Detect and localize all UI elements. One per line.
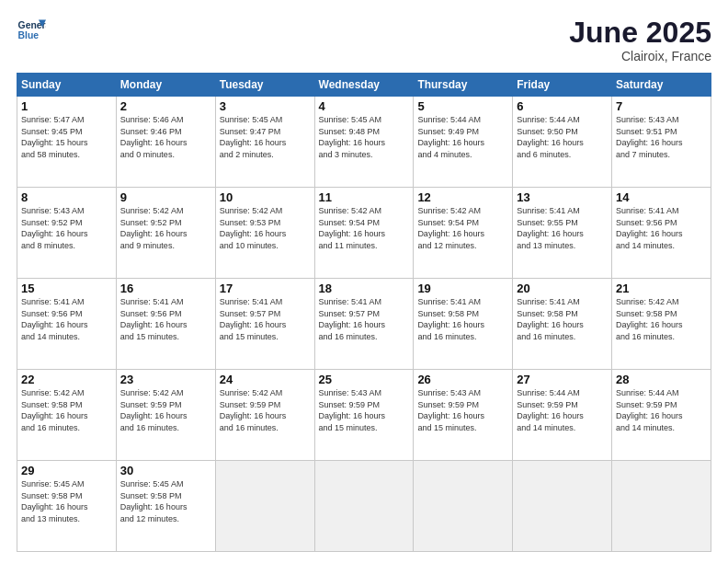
col-header-monday: Monday — [116, 74, 215, 97]
svg-text:Blue: Blue — [18, 30, 40, 40]
day-cell: 2Sunrise: 5:46 AM Sunset: 9:46 PM Daylig… — [116, 97, 215, 188]
week-row-5: 29Sunrise: 5:45 AM Sunset: 9:58 PM Dayli… — [17, 461, 711, 552]
day-cell: 13Sunrise: 5:41 AM Sunset: 9:55 PM Dayli… — [513, 188, 612, 279]
day-info: Sunrise: 5:41 AM Sunset: 9:57 PM Dayligh… — [220, 296, 311, 342]
day-cell: 15Sunrise: 5:41 AM Sunset: 9:56 PM Dayli… — [17, 279, 117, 370]
day-cell — [513, 461, 612, 552]
day-number: 21 — [616, 282, 707, 295]
day-number: 24 — [220, 373, 311, 386]
day-info: Sunrise: 5:42 AM Sunset: 9:59 PM Dayligh… — [120, 387, 211, 433]
day-number: 10 — [220, 190, 311, 204]
week-row-2: 8Sunrise: 5:43 AM Sunset: 9:52 PM Daylig… — [17, 188, 711, 279]
day-cell: 9Sunrise: 5:42 AM Sunset: 9:52 PM Daylig… — [116, 188, 215, 279]
day-info: Sunrise: 5:42 AM Sunset: 9:59 PM Dayligh… — [220, 387, 311, 433]
day-number: 28 — [616, 373, 707, 386]
day-number: 11 — [319, 190, 410, 204]
day-number: 19 — [417, 282, 508, 295]
day-info: Sunrise: 5:42 AM Sunset: 9:58 PM Dayligh… — [616, 296, 707, 342]
day-number: 18 — [319, 282, 410, 295]
day-cell: 28Sunrise: 5:44 AM Sunset: 9:59 PM Dayli… — [612, 370, 711, 461]
day-cell: 10Sunrise: 5:42 AM Sunset: 9:53 PM Dayli… — [215, 188, 314, 279]
day-cell: 18Sunrise: 5:41 AM Sunset: 9:57 PM Dayli… — [314, 279, 414, 370]
day-number: 15 — [21, 282, 112, 295]
week-row-3: 15Sunrise: 5:41 AM Sunset: 9:56 PM Dayli… — [17, 279, 711, 370]
day-info: Sunrise: 5:45 AM Sunset: 9:58 PM Dayligh… — [21, 478, 112, 524]
day-cell — [414, 461, 513, 552]
day-number: 23 — [120, 373, 211, 386]
day-cell — [314, 461, 414, 552]
day-cell: 7Sunrise: 5:43 AM Sunset: 9:51 PM Daylig… — [612, 97, 711, 188]
day-cell: 3Sunrise: 5:45 AM Sunset: 9:47 PM Daylig… — [215, 97, 314, 188]
logo-icon: General Blue — [17, 17, 46, 42]
day-info: Sunrise: 5:42 AM Sunset: 9:52 PM Dayligh… — [120, 205, 211, 251]
col-header-saturday: Saturday — [612, 74, 711, 97]
day-number: 16 — [120, 282, 211, 295]
day-info: Sunrise: 5:42 AM Sunset: 9:54 PM Dayligh… — [319, 205, 410, 251]
day-cell — [215, 461, 314, 552]
day-number: 20 — [517, 282, 608, 295]
day-info: Sunrise: 5:45 AM Sunset: 9:47 PM Dayligh… — [220, 114, 311, 160]
day-number: 29 — [21, 464, 112, 477]
col-header-thursday: Thursday — [414, 74, 513, 97]
day-cell: 11Sunrise: 5:42 AM Sunset: 9:54 PM Dayli… — [314, 188, 414, 279]
calendar-page: General Blue June 2025 Clairoix, France … — [0, 0, 728, 563]
day-number: 25 — [319, 373, 410, 386]
day-info: Sunrise: 5:42 AM Sunset: 9:54 PM Dayligh… — [417, 205, 508, 251]
col-header-tuesday: Tuesday — [215, 74, 314, 97]
day-cell: 17Sunrise: 5:41 AM Sunset: 9:57 PM Dayli… — [215, 279, 314, 370]
col-header-friday: Friday — [513, 74, 612, 97]
day-cell: 5Sunrise: 5:44 AM Sunset: 9:49 PM Daylig… — [414, 97, 513, 188]
day-info: Sunrise: 5:42 AM Sunset: 9:58 PM Dayligh… — [21, 387, 112, 433]
day-cell — [612, 461, 711, 552]
day-cell: 21Sunrise: 5:42 AM Sunset: 9:58 PM Dayli… — [612, 279, 711, 370]
day-info: Sunrise: 5:41 AM Sunset: 9:56 PM Dayligh… — [616, 205, 707, 251]
day-info: Sunrise: 5:41 AM Sunset: 9:58 PM Dayligh… — [517, 296, 608, 342]
day-number: 4 — [319, 99, 410, 113]
day-number: 12 — [417, 190, 508, 204]
day-info: Sunrise: 5:44 AM Sunset: 9:49 PM Dayligh… — [417, 114, 508, 160]
day-number: 13 — [517, 190, 608, 204]
calendar-title: June 2025 — [569, 17, 711, 49]
day-number: 14 — [616, 190, 707, 204]
day-info: Sunrise: 5:44 AM Sunset: 9:50 PM Dayligh… — [517, 114, 608, 160]
day-number: 30 — [120, 464, 211, 477]
col-header-wednesday: Wednesday — [314, 74, 414, 97]
day-number: 7 — [616, 99, 707, 113]
day-cell: 23Sunrise: 5:42 AM Sunset: 9:59 PM Dayli… — [116, 370, 215, 461]
day-info: Sunrise: 5:41 AM Sunset: 9:57 PM Dayligh… — [319, 296, 410, 342]
calendar-table: SundayMondayTuesdayWednesdayThursdayFrid… — [17, 73, 711, 552]
day-info: Sunrise: 5:45 AM Sunset: 9:58 PM Dayligh… — [120, 478, 211, 524]
logo: General Blue — [17, 17, 46, 42]
day-cell: 30Sunrise: 5:45 AM Sunset: 9:58 PM Dayli… — [116, 461, 215, 552]
day-info: Sunrise: 5:41 AM Sunset: 9:58 PM Dayligh… — [417, 296, 508, 342]
day-info: Sunrise: 5:47 AM Sunset: 9:45 PM Dayligh… — [21, 114, 112, 160]
day-info: Sunrise: 5:41 AM Sunset: 9:56 PM Dayligh… — [21, 296, 112, 342]
day-cell: 12Sunrise: 5:42 AM Sunset: 9:54 PM Dayli… — [414, 188, 513, 279]
day-info: Sunrise: 5:44 AM Sunset: 9:59 PM Dayligh… — [616, 387, 707, 433]
week-row-1: 1Sunrise: 5:47 AM Sunset: 9:45 PM Daylig… — [17, 97, 711, 188]
header: General Blue June 2025 Clairoix, France — [17, 17, 711, 63]
day-number: 1 — [21, 99, 112, 113]
day-cell: 20Sunrise: 5:41 AM Sunset: 9:58 PM Dayli… — [513, 279, 612, 370]
day-info: Sunrise: 5:44 AM Sunset: 9:59 PM Dayligh… — [517, 387, 608, 433]
day-info: Sunrise: 5:45 AM Sunset: 9:48 PM Dayligh… — [319, 114, 410, 160]
col-header-sunday: Sunday — [17, 74, 117, 97]
day-cell: 27Sunrise: 5:44 AM Sunset: 9:59 PM Dayli… — [513, 370, 612, 461]
day-info: Sunrise: 5:43 AM Sunset: 9:52 PM Dayligh… — [21, 205, 112, 251]
day-number: 17 — [220, 282, 311, 295]
day-number: 2 — [120, 99, 211, 113]
day-cell: 24Sunrise: 5:42 AM Sunset: 9:59 PM Dayli… — [215, 370, 314, 461]
title-block: June 2025 Clairoix, France — [569, 17, 711, 63]
header-row: SundayMondayTuesdayWednesdayThursdayFrid… — [17, 74, 711, 97]
day-cell: 8Sunrise: 5:43 AM Sunset: 9:52 PM Daylig… — [17, 188, 117, 279]
day-info: Sunrise: 5:46 AM Sunset: 9:46 PM Dayligh… — [120, 114, 211, 160]
day-cell: 19Sunrise: 5:41 AM Sunset: 9:58 PM Dayli… — [414, 279, 513, 370]
day-number: 5 — [417, 99, 508, 113]
day-number: 9 — [120, 190, 211, 204]
day-number: 26 — [417, 373, 508, 386]
day-cell: 16Sunrise: 5:41 AM Sunset: 9:56 PM Dayli… — [116, 279, 215, 370]
day-number: 6 — [517, 99, 608, 113]
day-cell: 1Sunrise: 5:47 AM Sunset: 9:45 PM Daylig… — [17, 97, 117, 188]
day-info: Sunrise: 5:43 AM Sunset: 9:51 PM Dayligh… — [616, 114, 707, 160]
day-number: 8 — [21, 190, 112, 204]
